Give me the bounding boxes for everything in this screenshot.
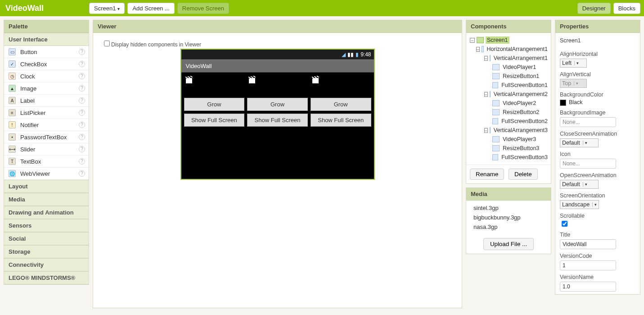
palette-item-label: Button xyxy=(20,49,37,55)
palette-item-passwordtextbox[interactable]: •PasswordTextBox? xyxy=(4,131,89,143)
palette-group-storage[interactable]: Storage xyxy=(4,245,89,258)
fullscreen-button-3[interactable]: Show Full Screen xyxy=(311,114,371,127)
media-item[interactable]: nasa.3gp xyxy=(473,222,544,232)
chevron-down-icon: ▾ xyxy=(574,81,578,86)
app-title-bar: VideoWall xyxy=(181,59,374,73)
title-field[interactable] xyxy=(560,239,616,249)
alignv-select[interactable]: Top▾ xyxy=(560,79,587,88)
palette-group-drawing-and-animation[interactable]: Drawing and Animation xyxy=(4,206,89,219)
grow-button-3[interactable]: Grow xyxy=(311,98,371,111)
tree-node-fullscreenbutton1[interactable]: FullScreenButton1 xyxy=(468,81,549,90)
help-icon[interactable]: ? xyxy=(79,170,85,177)
display-hidden-toggle[interactable]: Display hidden components in Viewer xyxy=(102,39,201,48)
tree-node-v3[interactable]: –VerticalArrangement3 xyxy=(468,126,549,135)
orient-select[interactable]: Landscape▾ xyxy=(560,200,599,209)
video-player-3[interactable] xyxy=(311,75,371,95)
versionname-field[interactable] xyxy=(560,282,616,292)
alignh-select[interactable]: Left▾ xyxy=(560,59,587,68)
alignv-label: AlignVertical xyxy=(560,71,635,78)
palette-group-sensors[interactable]: Sensors xyxy=(4,219,89,232)
component-icon: ▭ xyxy=(9,48,16,55)
tree-node-resizebutton1[interactable]: ResizeButton1 xyxy=(468,72,549,81)
palette-item-checkbox[interactable]: ✓CheckBox? xyxy=(4,58,89,70)
palette-item-button[interactable]: ▭Button? xyxy=(4,46,89,58)
palette-item-listpicker[interactable]: ≡ListPicker? xyxy=(4,107,89,119)
help-icon[interactable]: ? xyxy=(79,97,85,104)
help-icon[interactable]: ? xyxy=(79,134,85,140)
palette-item-image[interactable]: ▲Image? xyxy=(4,82,89,95)
tree-node-videoplayer1[interactable]: VideoPlayer1 xyxy=(468,63,549,72)
tree-node-resizebutton3[interactable]: ResizeButton3 xyxy=(468,144,549,153)
help-icon[interactable]: ? xyxy=(79,122,85,128)
media-item[interactable]: bigbuckbunny.3gp xyxy=(473,213,544,222)
vname-label: VersionName xyxy=(560,274,635,280)
video-player-2[interactable] xyxy=(247,75,308,95)
designer-tab[interactable]: Designer xyxy=(577,3,611,14)
grow-button-2[interactable]: Grow xyxy=(247,98,308,111)
palette-item-notifier[interactable]: !Notifier? xyxy=(4,119,89,131)
bgcolor-select[interactable]: Black xyxy=(560,99,635,106)
remove-screen-button[interactable]: Remove Screen xyxy=(177,3,229,14)
tree-node-fullscreenbutton2[interactable]: FullScreenButton2 xyxy=(468,117,549,126)
upload-file-button[interactable]: Upload File ... xyxy=(483,238,534,250)
palette-item-slider[interactable]: ⟷Slider? xyxy=(4,143,89,155)
vertical-arrangement-2[interactable]: Grow Show Full Screen xyxy=(247,75,308,176)
help-icon[interactable]: ? xyxy=(79,73,85,79)
tree-toggle-icon[interactable]: – xyxy=(484,56,488,61)
palette-group-user-interface[interactable]: User Interface xyxy=(4,33,89,46)
bgcolor-label: BackgroundColor xyxy=(560,91,635,98)
add-screen-button[interactable]: Add Screen ... xyxy=(127,3,174,14)
tree-node-videoplayer3[interactable]: VideoPlayer3 xyxy=(468,135,549,144)
rename-button[interactable]: Rename xyxy=(470,169,504,180)
delete-button[interactable]: Delete xyxy=(509,169,538,180)
closeanim-select[interactable]: Default▾ xyxy=(560,138,599,147)
tree-toggle-icon[interactable]: – xyxy=(484,128,488,133)
chevron-down-icon: ▾ xyxy=(117,6,120,11)
tree-node-screen1[interactable]: –Screen1 xyxy=(468,36,549,45)
fullscreen-button-2[interactable]: Show Full Screen xyxy=(247,114,308,127)
help-icon[interactable]: ? xyxy=(79,146,85,152)
scroll-label: Scrollable xyxy=(560,213,635,219)
palette-item-clock[interactable]: ◷Clock? xyxy=(4,70,89,82)
versioncode-field[interactable] xyxy=(560,260,616,270)
tree-node-fullscreenbutton3[interactable]: FullScreenButton3 xyxy=(468,153,549,162)
vertical-arrangement-3[interactable]: Grow Show Full Screen xyxy=(311,75,371,176)
palette-group-lego-mindstorms-[interactable]: LEGO® MINDSTORMS® xyxy=(4,271,89,284)
media-item[interactable]: sintel.3gp xyxy=(473,203,544,213)
help-icon[interactable]: ? xyxy=(79,49,85,55)
palette-item-webviewer[interactable]: 🌐WebViewer? xyxy=(4,168,89,180)
bgimg-field[interactable]: None... xyxy=(560,117,616,127)
icon-field[interactable]: None... xyxy=(560,159,616,169)
grow-button-1[interactable]: Grow xyxy=(184,98,245,111)
vertical-arrangement-1[interactable]: Grow Show Full Screen xyxy=(184,75,245,176)
video-player-1[interactable] xyxy=(184,75,245,95)
palette-item-label[interactable]: ALabel? xyxy=(4,95,89,107)
palette-group-layout[interactable]: Layout xyxy=(4,180,89,193)
palette-item-textbox[interactable]: TTextBox? xyxy=(4,155,89,168)
tree-toggle-icon[interactable]: – xyxy=(476,47,480,52)
chevron-down-icon: ▾ xyxy=(592,202,597,207)
scrollable-checkbox[interactable] xyxy=(562,221,567,227)
display-hidden-checkbox[interactable] xyxy=(104,41,110,46)
palette-group-social[interactable]: Social xyxy=(4,232,89,245)
help-icon[interactable]: ? xyxy=(79,158,85,164)
palette-group-connectivity[interactable]: Connectivity xyxy=(4,258,89,271)
chevron-down-icon: ▾ xyxy=(583,141,587,145)
fullscreen-button-1[interactable]: Show Full Screen xyxy=(184,114,245,127)
screen-selector[interactable]: Screen1▾ xyxy=(89,3,125,14)
tree-node-v1[interactable]: –VerticalArrangement1 xyxy=(468,54,549,63)
help-icon[interactable]: ? xyxy=(79,110,85,116)
tree-node-v2[interactable]: –VerticalArrangement2 xyxy=(468,90,549,99)
openanim-select[interactable]: Default▾ xyxy=(560,180,599,189)
tree-node-horizontal[interactable]: –HorizontalArrangement1 xyxy=(468,45,549,54)
tree-node-resizebutton2[interactable]: ResizeButton2 xyxy=(468,108,549,117)
tree-toggle-icon[interactable]: – xyxy=(470,38,475,43)
palette-item-label: CheckBox xyxy=(20,61,47,68)
tree-toggle-icon[interactable]: – xyxy=(484,92,488,97)
palette-group-media[interactable]: Media xyxy=(4,193,89,206)
help-icon[interactable]: ? xyxy=(79,85,85,91)
blocks-tab[interactable]: Blocks xyxy=(613,3,640,14)
tree-node-videoplayer2[interactable]: VideoPlayer2 xyxy=(468,99,549,108)
components-panel: Components –Screen1 –HorizontalArrangeme… xyxy=(466,20,551,184)
help-icon[interactable]: ? xyxy=(79,61,85,67)
